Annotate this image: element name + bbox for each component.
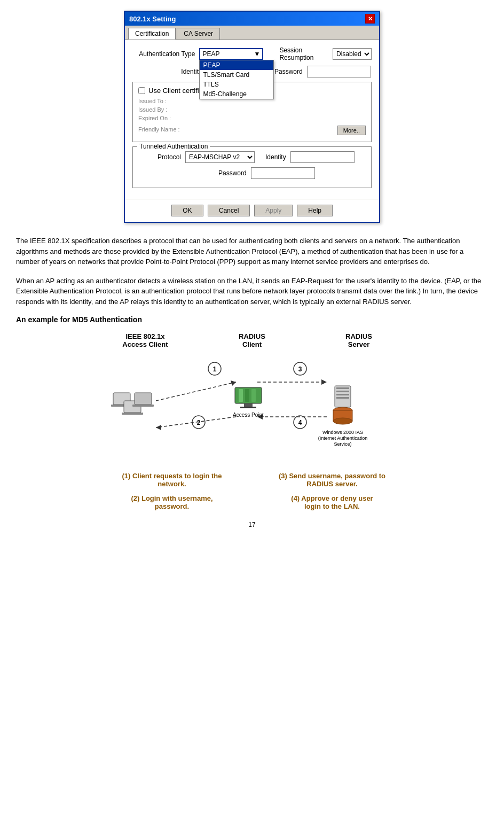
step3-desc: (3) Send username, password toRADIUS ser… [268,472,396,488]
col1-label: IEEE 802.1xAccess Client [103,332,188,348]
session-resumption-row: Session Resumption Disabled [279,46,372,61]
tunneled-password-row: Password [138,167,366,179]
svg-rect-31 [336,391,349,392]
desc-row-1: (1) Client requests to login thenetwork.… [92,472,412,488]
protocol-label: Protocol [138,153,181,161]
svg-rect-19 [122,413,143,415]
dialog-titlebar: 802.1x Setting ✕ [125,12,379,26]
diagram-heading: An example for MD5 Authentication [16,315,488,324]
svg-rect-32 [336,394,349,395]
step1-desc: (1) Client requests to login thenetwork. [108,472,236,488]
svg-text:Service): Service) [334,441,351,447]
diagram-labels: IEEE 802.1xAccess Client RADIUSClient RA… [92,332,412,348]
protocol-row: Protocol EAP-MSCHAP v2 Identity [138,151,366,163]
svg-text:Windows 2000 IAS: Windows 2000 IAS [322,430,363,435]
ok-button[interactable]: OK [171,205,203,216]
dialog-buttons: OK Cancel Apply Help [125,199,379,222]
svg-rect-26 [244,403,253,407]
tunneled-section: Tunneled Authentication Protocol EAP-MSC… [132,146,372,188]
svg-text:1: 1 [213,366,217,373]
dialog-tabs: Certification CA Server [125,26,379,40]
dropdown-option-md5[interactable]: Md5-Challenge [200,89,273,99]
svg-text:(Internet Authentication: (Internet Authentication [318,436,368,441]
dropdown-option-tls[interactable]: TLS/Smart Card [200,70,273,80]
help-button[interactable]: Help [297,205,333,216]
svg-rect-24 [245,389,249,402]
issued-by-row: Issued By : [138,106,366,113]
svg-rect-21 [132,405,154,407]
friendly-name-row: Friendly Name : More.. [138,123,366,135]
dialog-container: 802.1x Setting ✕ Certification CA Server… [16,11,488,223]
tunneled-pw-label: Password [218,169,247,177]
svg-rect-30 [336,387,349,389]
svg-rect-23 [239,389,243,402]
page-number: 17 [16,521,488,529]
diagram-container: IEEE 802.1xAccess Client RADIUSClient RA… [92,332,412,510]
svg-text:4: 4 [298,419,302,426]
svg-marker-9 [231,380,236,386]
auth-type-dropdown[interactable]: PEAP ▼ PEAP TLS/Smart Card TTLS Md5-Chal… [199,48,263,60]
paragraph-1: The IEEE 802.1X specification describes … [16,236,488,267]
dialog-title: 802.1x Setting [129,15,176,23]
use-cert-checkbox[interactable] [138,87,145,94]
col2-label: RADIUSClient [209,332,295,348]
close-button[interactable]: ✕ [365,14,375,24]
svg-marker-13 [321,379,327,385]
col3-label: RADIUSServer [316,332,401,348]
apply-button[interactable]: Apply [254,205,293,216]
svg-point-36 [333,418,352,424]
dropdown-option-peap[interactable]: PEAP [200,60,273,70]
cancel-button[interactable]: Cancel [208,205,250,216]
dialog-body: Authentication Type PEAP ▼ PEAP TLS/Smar… [125,40,379,199]
tunneled-identity-label: Identity [265,153,286,161]
auth-type-label: Authentication Type [132,50,195,58]
svg-text:2: 2 [197,419,201,426]
svg-marker-11 [156,425,161,430]
session-select[interactable]: Disabled [333,48,372,60]
expired-on-label: Expired On : [138,115,197,121]
tunneled-identity-input[interactable] [290,151,355,163]
tunneled-title: Tunneled Authentication [137,143,210,150]
svg-text:3: 3 [298,366,302,373]
step4-desc: (4) Approve or deny userlogin to the LAN… [268,494,396,510]
identity-label: Identity [132,68,202,75]
desc-row-2: (2) Login with username,password. (4) Ap… [92,494,412,510]
svg-rect-20 [135,393,152,405]
auth-type-row: Authentication Type PEAP ▼ PEAP TLS/Smar… [132,46,372,61]
svg-line-8 [156,382,236,401]
dropdown-arrow-icon: ▼ [254,50,261,58]
protocol-select[interactable]: EAP-MSCHAP v2 [185,151,255,163]
dropdown-trigger[interactable]: PEAP ▼ [199,48,263,60]
dropdown-menu: PEAP TLS/Smart Card TTLS Md5-Challenge [199,60,274,99]
friendly-name-label: Friendly Name : [138,126,197,133]
dialog-802x: 802.1x Setting ✕ Certification CA Server… [124,11,380,223]
step2-desc: (2) Login with username,password. [108,494,236,510]
tab-ca-server[interactable]: CA Server [177,28,220,40]
password-input[interactable] [307,66,371,77]
dropdown-option-ttls[interactable]: TTLS [200,80,273,89]
svg-rect-33 [336,397,349,399]
issued-by-label: Issued By : [138,106,197,113]
paragraph-2: When an AP acting as an authenticator de… [16,276,488,307]
svg-rect-25 [251,389,256,402]
diagram-svg: 1 2 3 4 [92,353,412,470]
more-button[interactable]: More.. [337,126,366,135]
tunneled-password-input[interactable] [251,167,315,179]
expired-on-row: Expired On : [138,115,366,121]
svg-text:Access Point: Access Point [233,412,264,418]
password-label: Password [274,68,303,75]
issued-to-label: Issued To : [138,98,197,104]
svg-rect-27 [240,407,256,408]
tab-certification[interactable]: Certification [128,28,176,40]
session-label: Session Resumption [279,46,328,61]
